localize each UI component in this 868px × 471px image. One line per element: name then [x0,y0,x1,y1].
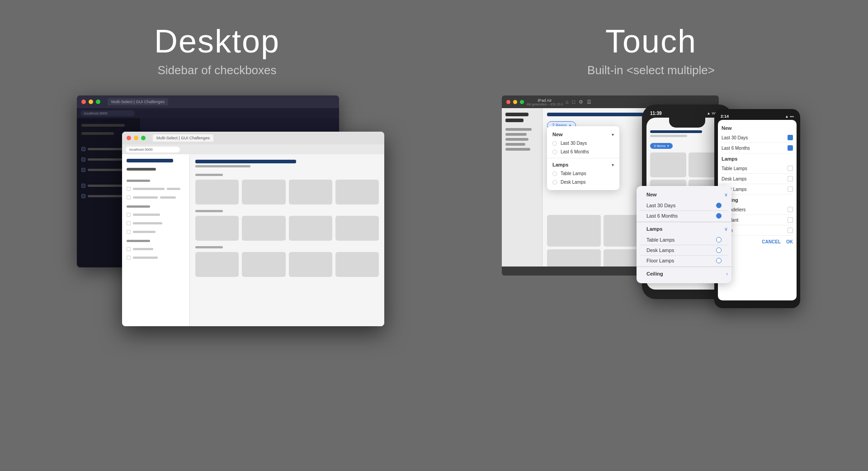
browser-front: Multi-Select | GUI Challenges localhost:… [122,132,384,326]
android-ok-button[interactable]: OK [786,239,793,244]
front-url-text[interactable]: localhost:3000 [126,147,180,152]
ios-radio-desk-lamps-icon[interactable] [716,247,722,253]
front-cb-row-6[interactable] [127,247,185,251]
ipad-dot-red [506,100,510,104]
android-item-pendant[interactable]: Pendant [722,215,793,225]
front-cb-row-3[interactable] [127,213,185,217]
android-status: ▲ ▪▪▪ [785,114,794,119]
front-checkbox-7[interactable] [127,256,131,260]
product-card[interactable] [289,216,332,241]
ios-item-floor-lamps[interactable]: Floor Lamps [640,256,728,266]
dropdown-item-desk-lamps[interactable]: Desk Lamps [547,178,619,186]
dropdown-item-last30[interactable]: Last 30 Days [547,139,619,147]
ios-radio-last30-icon[interactable] [716,203,722,208]
radio-last6-icon[interactable] [552,150,557,154]
android-cb-table-icon[interactable] [788,166,793,171]
android-item-last30[interactable]: Last 30 Days [722,133,793,143]
front-checkbox-5[interactable] [127,230,131,234]
front-checkbox-2[interactable] [127,195,131,200]
touch-side: iPad Air 4th generation – iOS 15.0 ⌂ □ ⚙… [434,95,868,308]
android-item-chandeliers[interactable]: Chandeliers [722,205,793,215]
product-card[interactable] [242,252,285,277]
front-cb-row-1[interactable] [127,187,185,191]
ipad-dropdown[interactable]: New ▾ Last 30 Days Last 6 Months [547,126,619,190]
front-cb-row-4[interactable] [127,221,185,225]
product-card[interactable] [195,180,239,205]
android-item-table[interactable]: Table Lamps [722,163,793,174]
front-cb-row-5[interactable] [127,230,185,234]
product-card[interactable] [335,180,379,205]
front-group-label-2 [127,205,150,208]
android-item-flush[interactable]: Flush [722,225,793,236]
android-cb-desk-icon[interactable] [788,176,793,181]
ios-item-last30[interactable]: Last 30 Days [640,200,728,211]
android-item-desk[interactable]: Desk Lamps [722,174,793,184]
front-checkbox-4[interactable] [127,221,131,225]
browser-front-tab[interactable]: Multi-Select | GUI Challenges [153,134,213,142]
ios-item-desk-lamps[interactable]: Desk Lamps [640,245,728,256]
browser-back-urlbar: localhost:3000 [77,108,339,118]
product-card[interactable] [242,180,285,205]
android-cb-floor-icon[interactable] [788,186,793,192]
dot-yellow-icon [89,100,93,104]
front-cb-row-7[interactable] [127,256,185,260]
android-cb-last30-icon[interactable] [788,135,793,140]
product-grid-2 [195,216,379,241]
front-checkbox-3[interactable] [127,213,131,217]
url-text-back[interactable]: localhost:3000 [80,110,135,116]
browser-front-titlebar: Multi-Select | GUI Challenges [122,132,384,144]
product-card[interactable] [195,216,239,241]
product-card[interactable] [335,216,379,241]
iphone-card[interactable] [650,152,686,177]
product-card[interactable] [242,216,285,241]
chevron-lamps-icon: ∨ [724,226,728,232]
front-dot-yellow-icon [134,136,138,140]
front-checkbox-1[interactable] [127,187,131,191]
front-main [190,154,384,326]
ios-item-last6[interactable]: Last 6 Months [640,211,728,221]
radio-table-lamps-icon[interactable] [552,171,557,176]
ios-item-table-lamps[interactable]: Table Lamps [640,235,728,245]
ios-radio-last6-icon[interactable] [716,213,722,219]
browser-back-tab[interactable]: Multi-Select | GUI Challenges [108,98,168,105]
radio-last30-icon[interactable] [552,141,557,146]
product-card[interactable] [289,252,332,277]
android-cb-last6-icon[interactable] [788,145,793,151]
touch-header: Touch Built-in <select multiple> [434,23,868,77]
ios-radio-table-lamps-icon[interactable] [716,237,722,243]
iphone-items-badge[interactable]: 3 Items ▾ [650,143,673,149]
front-sidebar-subtitle [127,168,156,171]
browser-back-titlebar: Multi-Select | GUI Challenges [77,95,339,108]
android-cb-flush-icon[interactable] [788,228,793,233]
dot-red-icon [81,100,86,104]
front-cb-row-2[interactable] [127,195,185,200]
android-item-floor[interactable]: Floor Lamps [722,184,793,195]
touch-stack: iPad Air 4th generation – iOS 15.0 ⌂ □ ⚙… [493,95,809,308]
ipad-card[interactable] [547,249,601,266]
grid-section-3 [195,246,223,248]
dropdown-item-last6[interactable]: Last 6 Months [547,147,619,156]
desktop-title: Desktop [154,23,280,60]
touch-title: Touch [605,23,697,60]
dropdown-item-table-lamps[interactable]: Table Lamps [547,169,619,178]
front-sidebar-title [127,159,173,162]
radio-desk-lamps-icon[interactable] [552,180,557,185]
ipad-sidebar [502,108,542,266]
android-cancel-button[interactable]: CANCEL [762,239,781,244]
touch-subtitle: Built-in <select multiple> [587,63,715,77]
chevron-new-icon: ∨ [724,192,728,198]
iphone-subtitle [650,135,687,137]
ios-radio-floor-lamps-icon[interactable] [716,258,722,263]
android-cb-chandeliers-icon[interactable] [788,207,793,212]
product-grid-3 [195,252,379,277]
desktop-subtitle: Sidebar of checkboxes [157,63,276,77]
product-card[interactable] [195,252,239,277]
android-item-last6[interactable]: Last 6 Months [722,143,793,153]
ipad-card[interactable] [547,215,601,247]
ios-select-panel[interactable]: New ∨ Last 30 Days Last 6 Months [637,186,731,283]
product-card[interactable] [335,252,379,277]
android-cb-pendant-icon[interactable] [788,217,793,223]
front-checkbox-6[interactable] [127,247,131,251]
ios-section-new: New ∨ Last 30 Days Last 6 Months [637,189,731,221]
product-card[interactable] [289,180,332,205]
